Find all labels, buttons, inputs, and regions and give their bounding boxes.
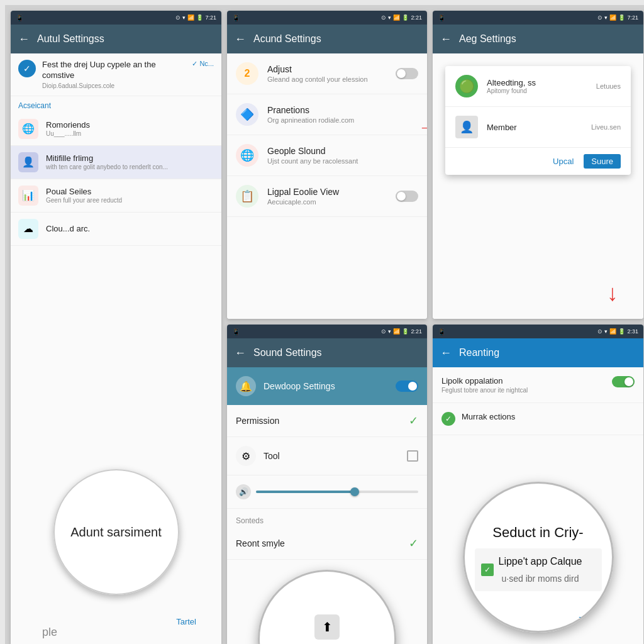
back-button-4[interactable]: ←: [235, 347, 246, 360]
settings-item-ligpal[interactable]: 📋 Ligpal Eoolie View Aecuicaple.com: [227, 176, 427, 217]
list-item-mitifille[interactable]: 👤 Mitifille frlimg with ten care golit a…: [11, 146, 221, 179]
settings-item-adjust[interactable]: 2 Adjust Gleand aog contoll your elessio…: [227, 53, 427, 94]
sound-item-permission[interactable]: Permission ✓: [227, 405, 427, 437]
list-title-romoriends: Romoriends: [46, 120, 90, 130]
list-sub-mitifille: with ten care golit anybedo to renderlt …: [46, 164, 168, 170]
label-tool: Tool: [264, 451, 399, 461]
label-reont: Reont smyle: [236, 538, 401, 548]
sub-pranetions: Org apnineation rodiale.com: [267, 116, 418, 124]
list-item-poual[interactable]: 📊 Poual Seiles Geen full your aree reduc…: [11, 179, 221, 213]
magnify-circle-5: Seduct in Criy- ✓ Lippe't app Calque u·s…: [463, 482, 614, 633]
status-time-1: 7:21: [205, 14, 216, 21]
list-icon-chrome: 🌐: [18, 119, 38, 139]
dialog-buttons: Upcal Suure: [445, 148, 631, 175]
logo-3: 📱: [438, 14, 445, 21]
status-bar-1: 📱 ⊙ ▾ 📶 🔋 7:21: [11, 11, 221, 25]
reanting-sub-lipolk: Feglust tobre anour ite nightcal: [441, 387, 606, 394]
notif-sub: Dioip.6adual.Suipces.cole: [42, 82, 186, 89]
status-time-3: 7:21: [627, 14, 638, 21]
reanting-item-lipolk[interactable]: Lipolk oppalation Feglust tobre anour it…: [433, 367, 643, 403]
magnify-item-sub-5: u·sed ibr moms dird: [499, 573, 582, 586]
app-bar-3: ← Aeg Settings: [433, 25, 643, 53]
dialog-title-1: Alteedting, ss: [487, 78, 536, 87]
logo-2: 📱: [232, 14, 240, 21]
checkbox-tool[interactable]: [407, 450, 418, 462]
notif-text: Fest the drej Uup cypele an the comstive…: [42, 60, 186, 89]
dialog-box: 🟢 Alteedting, ss Apitomy found Letuues 👤…: [445, 66, 631, 175]
notif-check: ✓ Nc...: [192, 60, 214, 68]
green-check-murrak: ✓: [441, 412, 455, 426]
tartel-link[interactable]: Tartel: [176, 617, 196, 626]
slider-icon: 🔊: [236, 484, 251, 499]
volume-slider[interactable]: [256, 491, 418, 493]
status-time-2: 2:21: [411, 14, 422, 21]
reanting-title-lipolk: Lipolk oppalation: [441, 376, 606, 386]
dialog-icon-2: 👤: [455, 116, 478, 138]
sound-active-label: Dewdoop Settings: [264, 381, 388, 391]
toggle-adjust[interactable]: [396, 68, 418, 79]
section-header-1: Acseicant: [11, 96, 221, 113]
list-title-poual: Poual Seiles: [46, 187, 122, 196]
settings-item-pranetions[interactable]: 🔷 Pranetions Org apnineation rodiale.com: [227, 94, 427, 135]
magnify-text-1: Adunt sarsiment: [64, 519, 168, 546]
dialog-sub-1: Apitomy found: [487, 87, 536, 94]
btn-cancel[interactable]: Upcal: [548, 154, 579, 169]
icon-pranetions: 🔷: [236, 103, 258, 126]
slider-row: 🔊: [227, 475, 427, 509]
magnify-icon-4: ⬆: [314, 614, 340, 640]
app-bar-1: ← Autul Settingss: [11, 25, 221, 53]
screen-title-5: Reanting: [459, 347, 499, 358]
reanting-title-murrak: Murrak ections: [462, 412, 515, 421]
title-ligpal: Ligpal Eoolie View: [267, 187, 387, 197]
icon-geople: 🌐: [236, 144, 258, 167]
sub-adjust: Gleand aog contoll your elession: [267, 75, 387, 83]
dialog-item-2: 👤 Member Liveu.sen: [445, 107, 631, 148]
dialog-title-2: Member: [487, 123, 517, 132]
status-bar-2: 📱 ⊙▾ 📶🔋 2:21: [227, 11, 427, 25]
list-item-romoriends[interactable]: 🌐 Romoriends Uu___.....llm: [11, 113, 221, 146]
notification-item[interactable]: ✓ Fest the drej Uup cypele an the comsti…: [11, 53, 221, 96]
status-bar-4: 📱 ⊙▾ 📶🔋 2:21: [227, 325, 427, 338]
toggle-lipolk[interactable]: [612, 376, 635, 387]
app-logo: 📱: [16, 14, 23, 21]
panel-autulsettings: 📱 ⊙ ▾ 📶 🔋 7:21 ← Autul Settingss ✓ Fest …: [11, 11, 221, 644]
red-arrow-down: ↓: [607, 280, 618, 306]
content-2: 2 Adjust Gleand aog contoll your elessio…: [227, 53, 427, 319]
check-reont: ✓: [409, 536, 418, 550]
sound-item-tool[interactable]: ⚙ Tool: [227, 437, 427, 475]
status-bar-5: 📱 ⊙▾ 📶🔋 2:31: [433, 325, 643, 338]
list-item-cloud[interactable]: ☁ Clou...d arc.: [11, 213, 221, 246]
logo-4: 📱: [232, 328, 240, 335]
icon-adjust: 2: [236, 62, 258, 85]
dialog-sub-label: Liveu.sen: [591, 123, 621, 131]
icon-ligpal: 📋: [236, 185, 258, 208]
back-button-2[interactable]: ←: [235, 33, 246, 46]
screen-title-2: Acund Settings: [253, 33, 321, 45]
dialog-icon-1: 🟢: [455, 75, 478, 97]
settings-item-geople[interactable]: 🌐 Geople Slound Ujst count any be racole…: [227, 135, 427, 176]
reanting-item-murrak[interactable]: ✓ Murrak ections: [433, 403, 643, 435]
magnify-action-5[interactable]: Teektal: [579, 616, 602, 625]
panel-reanting: 📱 ⊙▾ 📶🔋 2:31 ← Reanting Lipolk oppalatio…: [433, 325, 643, 644]
bottom-text-1: ple: [42, 626, 57, 639]
sound-item-reont[interactable]: Reont smyle ✓: [227, 528, 427, 560]
list-icon-poual: 📊: [18, 186, 38, 206]
toggle-active[interactable]: [396, 380, 418, 392]
toggle-ligpal[interactable]: [396, 191, 418, 202]
app-bar-5: ← Reanting: [433, 338, 643, 367]
app-bar-2: ← Acund Settings: [227, 25, 427, 53]
dialog-item-1: 🟢 Alteedting, ss Apitomy found Letuues: [445, 66, 631, 107]
back-button-5[interactable]: ←: [440, 347, 452, 360]
back-button-1[interactable]: ←: [18, 33, 30, 46]
section-label-sonteds: Sonteds: [227, 509, 427, 528]
list-sub-romoriends: Uu___.....llm: [46, 130, 90, 137]
sound-active-item[interactable]: 🔔 Dewdoop Settings: [227, 367, 427, 405]
back-button-3[interactable]: ←: [440, 33, 452, 46]
list-title-cloud: Clou...d arc.: [46, 224, 90, 233]
list-sub-poual: Geen full your aree reductd: [46, 197, 122, 204]
panel-aegsettings: 📱 ⊙▾ 📶🔋 7:21 ← Aeg Settings 🟢 Alteedting…: [433, 11, 643, 319]
sound-active-icon: 🔔: [236, 376, 256, 396]
app-bar-4: ← Sound Settings: [227, 338, 427, 367]
btn-confirm[interactable]: Suure: [584, 154, 621, 169]
check-permission: ✓: [409, 414, 418, 428]
